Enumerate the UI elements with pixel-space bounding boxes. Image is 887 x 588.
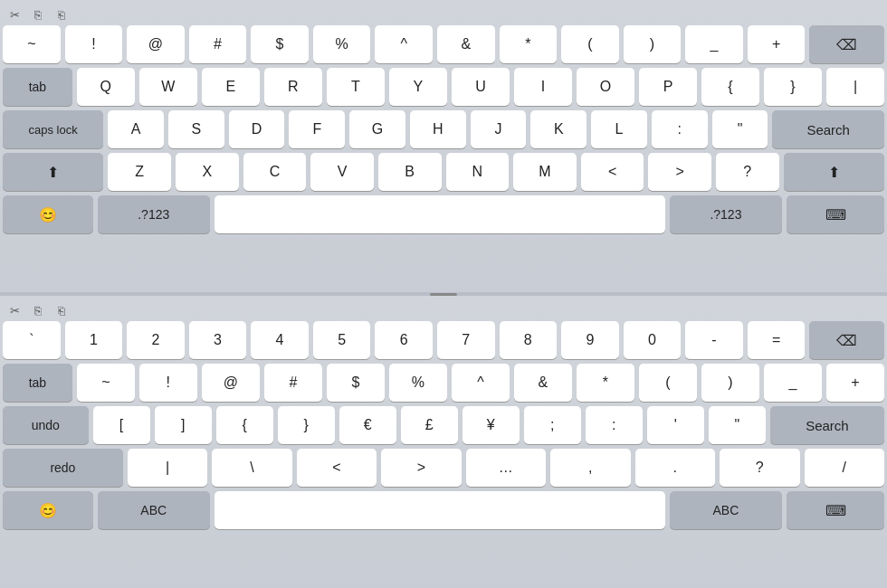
key-vbar[interactable]: | — [128, 449, 207, 487]
key-hash[interactable]: # — [189, 25, 247, 63]
key-rbrace[interactable]: } — [764, 68, 822, 106]
key-o[interactable]: O — [577, 68, 634, 106]
key-euro[interactable]: € — [339, 406, 396, 444]
key-r[interactable]: R — [264, 68, 322, 106]
key-exclaim-2[interactable]: ! — [139, 364, 197, 402]
key-4[interactable]: 4 — [251, 321, 309, 359]
key-m[interactable]: M — [513, 153, 577, 191]
key-tab-2[interactable]: tab — [3, 364, 72, 402]
key-ellipsis[interactable]: … — [466, 449, 546, 487]
key-i[interactable]: I — [514, 68, 572, 106]
key-question[interactable]: ? — [716, 153, 779, 191]
key-s[interactable]: S — [168, 110, 224, 148]
key-backslash[interactable]: \ — [212, 449, 291, 487]
key-gt[interactable]: > — [648, 153, 711, 191]
key-hash-2[interactable]: # — [264, 364, 322, 402]
key-equals[interactable]: = — [748, 321, 806, 359]
key-g[interactable]: G — [349, 110, 405, 148]
key-dquote[interactable]: " — [709, 406, 766, 444]
key-colon[interactable]: : — [652, 110, 708, 148]
key-plus-2[interactable]: + — [826, 364, 884, 402]
key-d[interactable]: D — [229, 110, 285, 148]
key-star[interactable]: * — [500, 25, 558, 63]
key-space-1[interactable] — [215, 195, 665, 233]
key-yen[interactable]: ¥ — [463, 406, 520, 444]
key-shift-right[interactable]: ⬆ — [784, 153, 884, 191]
key-num-right[interactable]: .?123 — [670, 195, 782, 233]
key-9[interactable]: 9 — [561, 321, 619, 359]
key-caret-2[interactable]: ^ — [452, 364, 510, 402]
key-abc-right[interactable]: ABC — [670, 491, 782, 529]
key-underscore[interactable]: _ — [685, 25, 743, 63]
key-c[interactable]: C — [243, 153, 307, 191]
key-h[interactable]: H — [410, 110, 466, 148]
key-6[interactable]: 6 — [375, 321, 433, 359]
key-lparen-2[interactable]: ( — [639, 364, 697, 402]
key-quote[interactable]: " — [712, 110, 768, 148]
key-period[interactable]: . — [635, 449, 715, 487]
copy-icon[interactable]: ⎘ — [30, 6, 46, 23]
key-v[interactable]: V — [310, 153, 374, 191]
key-percent-2[interactable]: % — [389, 364, 447, 402]
key-rbracket[interactable]: ] — [155, 406, 212, 444]
key-delete[interactable]: ⌫ — [809, 25, 884, 63]
key-at-2[interactable]: @ — [202, 364, 260, 402]
key-rparen-2[interactable]: ) — [701, 364, 759, 402]
key-lparen[interactable]: ( — [561, 25, 619, 63]
key-3[interactable]: 3 — [189, 321, 247, 359]
key-p[interactable]: P — [639, 68, 697, 106]
key-a[interactable]: A — [108, 110, 164, 148]
key-slash[interactable]: / — [805, 449, 884, 487]
key-k[interactable]: K — [530, 110, 587, 148]
key-tab[interactable]: tab — [3, 68, 72, 106]
key-n[interactable]: N — [446, 153, 510, 191]
key-search-2[interactable]: Search — [770, 406, 884, 444]
key-underscore-2[interactable]: _ — [764, 364, 822, 402]
key-backtick[interactable]: ` — [3, 321, 61, 359]
key-dollar[interactable]: $ — [251, 25, 309, 63]
key-semicolon[interactable]: ; — [524, 406, 581, 444]
key-space-2[interactable] — [215, 491, 665, 529]
paste-icon[interactable]: ⎗ — [53, 6, 70, 23]
key-5[interactable]: 5 — [313, 321, 371, 359]
key-caret[interactable]: ^ — [375, 25, 433, 63]
key-pound[interactable]: £ — [401, 406, 458, 444]
key-2[interactable]: 2 — [127, 321, 185, 359]
key-undo[interactable]: undo — [3, 406, 89, 444]
key-0[interactable]: 0 — [624, 321, 682, 359]
key-abc-left[interactable]: ABC — [98, 491, 210, 529]
key-keyboard-2[interactable]: ⌨ — [787, 491, 884, 529]
key-plus[interactable]: + — [748, 25, 806, 63]
key-exclaim[interactable]: ! — [65, 25, 123, 63]
key-q[interactable]: Q — [77, 68, 135, 106]
key-rbrace-2[interactable]: } — [278, 406, 335, 444]
key-j[interactable]: J — [471, 110, 527, 148]
key-delete-2[interactable]: ⌫ — [809, 321, 884, 359]
key-7[interactable]: 7 — [437, 321, 495, 359]
key-f[interactable]: F — [289, 110, 345, 148]
key-y[interactable]: Y — [389, 68, 447, 106]
copy-icon-2[interactable]: ⎘ — [30, 302, 46, 318]
key-w[interactable]: W — [139, 68, 197, 106]
key-percent[interactable]: % — [313, 25, 371, 63]
key-l[interactable]: L — [591, 110, 647, 148]
key-amp-2[interactable]: & — [514, 364, 572, 402]
key-amp[interactable]: & — [437, 25, 495, 63]
key-lbrace-2[interactable]: { — [216, 406, 273, 444]
paste-icon-2[interactable]: ⎗ — [53, 302, 70, 318]
key-redo[interactable]: redo — [3, 449, 123, 487]
key-gt-2[interactable]: > — [381, 449, 461, 487]
key-colon-2[interactable]: : — [586, 406, 643, 444]
key-z[interactable]: Z — [108, 153, 171, 191]
key-lbrace[interactable]: { — [701, 68, 759, 106]
key-e[interactable]: E — [202, 68, 260, 106]
key-question-2[interactable]: ? — [720, 449, 799, 487]
key-b[interactable]: B — [378, 153, 442, 191]
key-squote[interactable]: ' — [647, 406, 704, 444]
key-emoji-2[interactable]: 😊 — [3, 491, 93, 529]
cut-icon[interactable]: ✂ — [6, 6, 23, 23]
key-num-left[interactable]: .?123 — [98, 195, 210, 233]
key-tilde-2[interactable]: ~ — [77, 364, 135, 402]
key-minus[interactable]: - — [685, 321, 743, 359]
key-shift-left[interactable]: ⬆ — [3, 153, 103, 191]
